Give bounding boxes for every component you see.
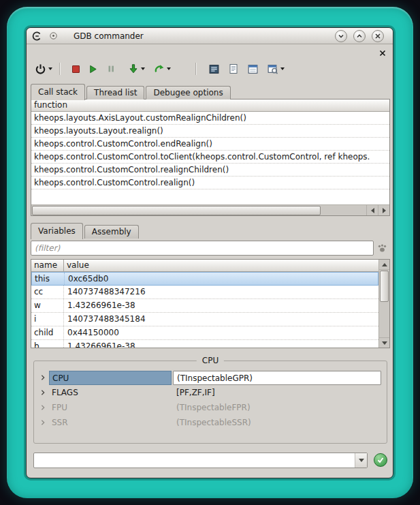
register-group-value: [PF,ZF,IF] [173, 386, 381, 400]
variable-name: child [31, 326, 64, 339]
register-group-value: (TInspectableFPR) [173, 401, 381, 415]
register-group-value: (TInspectableSSR) [173, 416, 381, 430]
variable-row[interactable]: i 140737488345184 [31, 313, 378, 326]
scroll-right-button[interactable] [378, 205, 389, 215]
window-title: GDB commander [74, 31, 144, 41]
scrollbar-thumb[interactable] [32, 206, 321, 215]
find-window-button[interactable] [265, 61, 280, 77]
stop-button[interactable] [71, 61, 81, 77]
callstack-row[interactable]: kheops.layouts.AxisLayout.customRealignC… [31, 112, 389, 125]
value-column-header[interactable]: value [64, 260, 89, 271]
app-icon[interactable] [31, 31, 42, 42]
step-over-dropdown-icon[interactable] [167, 67, 171, 70]
call-stack-panel: function kheops.layouts.AxisLayout.custo… [31, 99, 390, 216]
titlebar[interactable]: GDB commander [27, 28, 393, 44]
toolbar-separator [59, 63, 61, 75]
window-dot-icon[interactable] [48, 31, 59, 42]
variables-panel: name value this 0xc65db0 cc 140737488347… [31, 259, 390, 348]
name-column-header[interactable]: name [31, 260, 64, 271]
callstack-row[interactable]: kheops.control.CustomControl.realign() [31, 177, 389, 189]
variable-name: this [32, 273, 65, 285]
dock-close-icon[interactable] [378, 49, 387, 57]
variable-name: cc [31, 286, 64, 299]
cpu-register-row[interactable]: SSR (TInspectableSSR) [37, 415, 381, 430]
variable-value: 0x44150000 [64, 326, 378, 339]
scroll-up-button[interactable] [379, 260, 389, 270]
debug-tabs: Call stack Thread list Debugee options [31, 83, 232, 100]
document-button[interactable] [227, 61, 240, 77]
paw-icon[interactable] [374, 241, 390, 256]
stop-icon [72, 65, 80, 73]
register-group-name[interactable]: SSR [49, 416, 172, 430]
unshade-button[interactable] [353, 30, 366, 42]
watch-window-button[interactable] [246, 61, 260, 77]
cpu-register-row[interactable]: FPU (TInspectableFPR) [37, 400, 381, 415]
inspect-tabs: Variables Assembly [31, 222, 140, 239]
call-stack-header[interactable]: function [31, 100, 389, 112]
tab-thread-list[interactable]: Thread list [86, 86, 144, 100]
variable-row[interactable]: b 1.43266961e-38 [31, 340, 378, 348]
variables-header: name value [31, 260, 378, 272]
tab-assembly[interactable]: Assembly [84, 225, 139, 239]
window-frame: GDB commander [7, 7, 413, 498]
expand-chevron-icon[interactable] [37, 374, 49, 381]
tab-call-stack[interactable]: Call stack [31, 84, 85, 100]
variable-value: 140737488345184 [64, 313, 378, 326]
toolbar [33, 59, 287, 78]
find-window-dropdown-icon[interactable] [280, 67, 285, 70]
scrollbar-thumb[interactable] [380, 271, 389, 302]
scrollbar-arrows [366, 205, 389, 215]
power-dropdown-icon[interactable] [48, 67, 52, 70]
callstack-row[interactable]: kheops.control.CustomControl.toClient(kh… [31, 151, 389, 164]
expand-chevron-icon[interactable] [37, 404, 49, 411]
expand-chevron-icon[interactable] [37, 389, 49, 396]
variable-value: 1.43266961e-38 [64, 299, 378, 312]
variable-name: b [31, 340, 64, 348]
cpu-groupbox: CPU CPU (TInspectableGPR) FLAGS [33, 361, 387, 444]
tab-variables[interactable]: Variables [31, 223, 83, 239]
toolbar-separator [195, 63, 197, 75]
step-into-dropdown-icon[interactable] [141, 67, 145, 70]
filter-input[interactable] [31, 241, 374, 256]
power-button[interactable] [33, 61, 48, 77]
scroll-left-button[interactable] [366, 205, 378, 215]
vertical-scrollbar[interactable] [378, 260, 389, 348]
command-combobox[interactable] [33, 453, 368, 468]
callstack-row[interactable]: kheops.layouts.Layout.realign() [31, 125, 389, 138]
step-over-button[interactable] [152, 61, 166, 77]
messages-button[interactable] [207, 61, 221, 77]
variable-row[interactable]: child 0x44150000 [31, 326, 378, 340]
run-button[interactable] [86, 61, 99, 77]
execute-command-button[interactable] [374, 453, 387, 467]
variable-value: 140737488347216 [64, 286, 378, 299]
register-group-name[interactable]: FPU [49, 401, 172, 415]
variable-row[interactable]: this 0xc65db0 [31, 272, 378, 286]
variable-row[interactable]: cc 140737488347216 [31, 286, 378, 299]
callstack-row[interactable]: kheops.control.CustomControl.realignChil… [31, 164, 389, 177]
expand-chevron-icon[interactable] [37, 419, 49, 426]
cpu-register-row[interactable]: FLAGS [PF,ZF,IF] [37, 385, 381, 400]
function-column-header[interactable]: function [31, 100, 67, 111]
shade-button[interactable] [335, 30, 347, 42]
scroll-down-button[interactable] [379, 337, 389, 348]
step-into-button[interactable] [127, 61, 140, 77]
callstack-row[interactable]: kheops.control.CustomControl.endRealign(… [31, 138, 389, 151]
variable-row[interactable]: w 1.43266961e-38 [31, 299, 378, 313]
filter-row [31, 241, 390, 256]
variable-value: 0xc65db0 [65, 273, 378, 285]
tab-debugee-options[interactable]: Debugee options [146, 86, 230, 100]
variables-rows: this 0xc65db0 cc 140737488347216 w 1.432… [31, 272, 378, 348]
cpu-register-row[interactable]: CPU (TInspectableGPR) [37, 370, 381, 385]
horizontal-scrollbar[interactable] [31, 204, 389, 215]
desktop-background: GDB commander [0, 0, 420, 505]
register-group-name[interactable]: FLAGS [49, 386, 172, 400]
combo-dropdown-button[interactable] [355, 453, 367, 468]
register-group-name[interactable]: CPU [49, 371, 172, 385]
command-input[interactable] [34, 453, 355, 468]
command-row [33, 452, 387, 468]
variable-name: i [31, 313, 64, 326]
pause-button[interactable] [105, 61, 117, 77]
close-button[interactable] [372, 30, 384, 42]
gdb-commander-window: GDB commander [26, 27, 393, 478]
register-group-value[interactable]: (TInspectableGPR) [173, 371, 381, 385]
